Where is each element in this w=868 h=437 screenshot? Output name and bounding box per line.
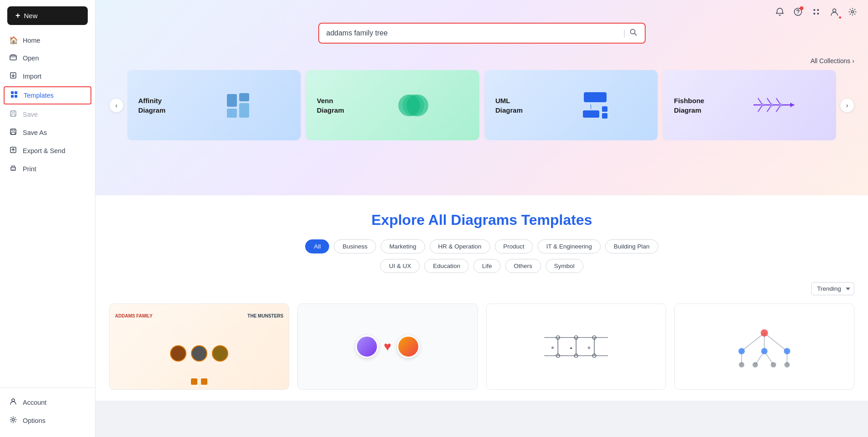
fishbone-diagram-icon bbox=[722, 93, 825, 118]
filter-product[interactable]: Product bbox=[495, 239, 533, 253]
template-thumb-network bbox=[675, 304, 854, 389]
svg-point-62 bbox=[739, 362, 744, 367]
sidebar-label-templates: Templates bbox=[24, 92, 54, 99]
carousel-card-fishbone[interactable]: FishboneDiagram bbox=[663, 70, 836, 140]
svg-point-34 bbox=[761, 104, 764, 107]
filter-education[interactable]: Education bbox=[424, 259, 469, 273]
filter-it-engineering[interactable]: IT & Engineering bbox=[537, 239, 600, 253]
sidebar-label-import: Import bbox=[23, 73, 41, 80]
filter-symbol[interactable]: Symbol bbox=[546, 259, 583, 273]
templates-icon bbox=[10, 91, 18, 100]
sidebar-item-options[interactable]: Options bbox=[0, 412, 95, 430]
filter-row-2: UI & UX Education Life Others Symbol bbox=[109, 259, 854, 273]
import-icon bbox=[9, 72, 17, 81]
options-icon bbox=[9, 416, 17, 425]
trending-select[interactable]: Trending Newest Popular bbox=[811, 282, 854, 295]
all-collections-link[interactable]: All Collections › bbox=[109, 57, 854, 65]
notification-icon[interactable] bbox=[773, 5, 786, 18]
filter-hr-operation[interactable]: HR & Operation bbox=[430, 239, 490, 253]
filter-building-plan[interactable]: Building Plan bbox=[605, 239, 658, 253]
carousel-card-fishbone-label: FishboneDiagram bbox=[674, 96, 715, 115]
carousel-items: AffinityDiagram bbox=[127, 70, 836, 140]
svg-point-18 bbox=[798, 14, 798, 15]
svg-point-59 bbox=[738, 348, 745, 354]
carousel-card-affinity-label: AffinityDiagram bbox=[138, 96, 179, 115]
svg-point-24 bbox=[852, 11, 854, 13]
svg-point-64 bbox=[771, 362, 776, 367]
carousel-next-button[interactable]: › bbox=[840, 98, 854, 113]
explore-title-colored: All Diagrams Templates bbox=[428, 212, 592, 228]
user-dot bbox=[838, 16, 842, 19]
template-card-addams[interactable]: ADDAMS FAMILY THE MUNSTERS bbox=[109, 303, 289, 390]
sidebar-item-export[interactable]: Export & Send bbox=[0, 142, 95, 160]
search-button[interactable] bbox=[629, 28, 637, 38]
carousel: ‹ AffinityDiagram bbox=[109, 70, 854, 140]
svg-point-23 bbox=[833, 9, 836, 12]
settings-icon[interactable] bbox=[846, 5, 859, 18]
sidebar-label-account: Account bbox=[23, 399, 46, 406]
svg-text:⊗: ⊗ bbox=[587, 346, 591, 350]
search-box: addams family tree | bbox=[318, 23, 646, 44]
help-icon[interactable] bbox=[792, 5, 804, 18]
filter-ui-ux[interactable]: UI & UX bbox=[380, 259, 420, 273]
svg-point-36 bbox=[779, 104, 782, 107]
explore-title: Explore All Diagrams Templates bbox=[109, 212, 854, 228]
svg-point-19 bbox=[813, 9, 815, 11]
template-card-circuit[interactable]: ⊕ ▲ ⊗ bbox=[486, 303, 666, 390]
sidebar-label-options: Options bbox=[23, 417, 45, 424]
svg-point-58 bbox=[761, 329, 768, 337]
svg-rect-5 bbox=[15, 95, 17, 98]
search-input[interactable]: addams family tree bbox=[326, 29, 620, 37]
svg-text:⊕: ⊕ bbox=[551, 346, 554, 350]
svg-point-61 bbox=[784, 348, 790, 354]
carousel-card-venn[interactable]: VennDiagram bbox=[306, 70, 479, 140]
addams-label: ADDAMS FAMILY bbox=[115, 313, 152, 319]
plus-icon: + bbox=[15, 11, 20, 20]
sidebar: + New 🏠 Home Open Import Templates bbox=[0, 0, 95, 437]
sidebar-item-home[interactable]: 🏠 Home bbox=[0, 31, 95, 49]
sidebar-item-save-as[interactable]: Save As bbox=[0, 124, 95, 142]
print-icon bbox=[9, 164, 17, 174]
sidebar-item-print[interactable]: Print bbox=[0, 160, 95, 178]
svg-point-65 bbox=[784, 362, 790, 367]
carousel-card-uml[interactable]: UMLDiagram bbox=[485, 70, 658, 140]
user-avatar-icon[interactable] bbox=[828, 5, 841, 18]
filter-others[interactable]: Others bbox=[505, 259, 541, 273]
svg-point-15 bbox=[12, 399, 15, 402]
carousel-prev-button[interactable]: ‹ bbox=[109, 98, 124, 113]
affinity-diagram-icon bbox=[186, 93, 290, 118]
template-card-network[interactable] bbox=[674, 303, 854, 390]
explore-title-plain: Explore bbox=[371, 212, 428, 228]
search-wrapper: addams family tree | bbox=[109, 23, 854, 44]
carousel-card-affinity[interactable]: AffinityDiagram bbox=[127, 70, 301, 140]
template-thumb-social: ♥ bbox=[298, 304, 477, 389]
new-button[interactable]: + New bbox=[7, 6, 88, 25]
svg-line-51 bbox=[742, 333, 764, 351]
filter-business[interactable]: Business bbox=[334, 239, 376, 253]
munsters-label: THE MUNSTERS bbox=[247, 313, 283, 319]
svg-line-53 bbox=[764, 333, 787, 351]
filter-marketing[interactable]: Marketing bbox=[381, 239, 425, 253]
svg-rect-2 bbox=[11, 91, 14, 94]
svg-point-21 bbox=[813, 13, 815, 15]
svg-point-22 bbox=[817, 13, 819, 15]
template-card-social[interactable]: ♥ bbox=[297, 303, 477, 390]
sidebar-item-open[interactable]: Open bbox=[0, 49, 95, 67]
sidebar-item-import[interactable]: Import bbox=[0, 67, 95, 85]
search-divider: | bbox=[623, 29, 626, 38]
filter-all[interactable]: All bbox=[305, 239, 329, 253]
svg-marker-27 bbox=[790, 103, 794, 107]
account-icon bbox=[9, 398, 17, 407]
apps-icon[interactable] bbox=[810, 5, 823, 18]
sidebar-item-account[interactable]: Account bbox=[0, 393, 95, 412]
carousel-card-venn-label: VennDiagram bbox=[317, 96, 358, 115]
filter-row-1: All Business Marketing HR & Operation Pr… bbox=[109, 239, 854, 253]
help-dot bbox=[800, 6, 803, 10]
svg-point-20 bbox=[817, 9, 819, 11]
chevron-right-icon: › bbox=[852, 57, 854, 65]
sidebar-item-templates[interactable]: Templates bbox=[4, 86, 91, 104]
svg-rect-0 bbox=[10, 55, 16, 60]
svg-point-60 bbox=[761, 348, 768, 354]
filter-life[interactable]: Life bbox=[473, 259, 501, 273]
svg-text:▲: ▲ bbox=[569, 346, 573, 350]
